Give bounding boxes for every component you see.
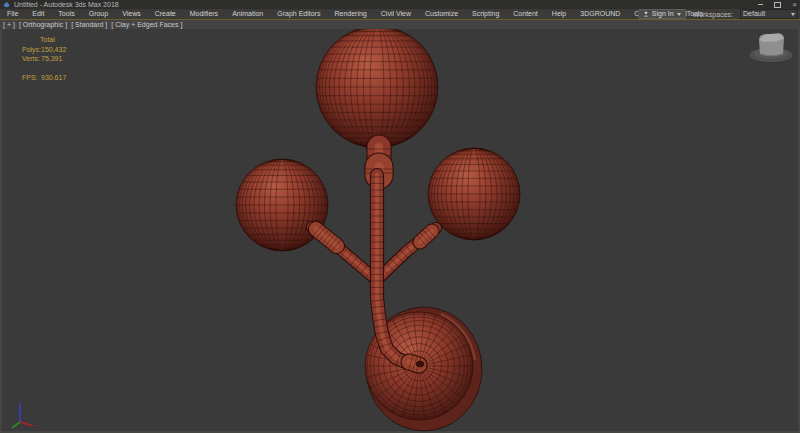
maximize-icon[interactable] (774, 2, 781, 8)
workspaces-label: Workspaces: (693, 11, 733, 18)
menu-item-edit[interactable]: Edit (25, 9, 51, 19)
menu-item-scripting[interactable]: Scripting (465, 9, 506, 19)
menu-item-rendering[interactable]: Rendering (327, 9, 373, 19)
menu-item-content[interactable]: Content (506, 9, 545, 19)
viewcube-icon[interactable] (746, 28, 796, 66)
top-sphere (316, 26, 438, 148)
3d-model-clay-spheres[interactable] (0, 20, 800, 433)
chevron-down-icon (791, 13, 795, 16)
close-icon[interactable]: × (792, 1, 797, 9)
person-icon (643, 11, 649, 17)
stats-polys-label: Polys: (22, 45, 41, 55)
menu-item-civil-view[interactable]: Civil View (374, 9, 418, 19)
stats-fps-value: 930.617 (41, 74, 66, 81)
workspace-value: Default (743, 10, 765, 18)
stats-header: Total (40, 35, 66, 45)
3dsmax-teapot-icon (3, 1, 10, 8)
menu-bar: FileEditToolsGroupViewsCreateModifiersAn… (0, 9, 800, 20)
left-collar (313, 225, 341, 252)
stats-fps-label: FPS: (22, 73, 41, 83)
menu-item-help[interactable]: Help (545, 9, 573, 19)
right-collar (417, 227, 435, 245)
stats-row: Polys:150,432 (22, 45, 66, 55)
tube-end-cap (416, 361, 424, 367)
minimize-icon[interactable] (758, 4, 763, 5)
menu-item-modifiers[interactable]: Modifiers (183, 9, 225, 19)
menu-item-graph-editors[interactable]: Graph Editors (270, 9, 327, 19)
viewport-menu-layout[interactable]: [ Standard ] (71, 20, 107, 29)
window-title: Untitled - Autodesk 3ds Max 2018 (14, 0, 119, 9)
menu-item-customize[interactable]: Customize (418, 9, 465, 19)
stats-row: FPS:930.617 (22, 73, 66, 83)
viewport-menu-pov[interactable]: [ Orthographic ] (19, 20, 67, 29)
title-bar: Untitled - Autodesk 3ds Max 2018 × (0, 0, 800, 9)
menu-item-tools[interactable]: Tools (51, 9, 81, 19)
menu-item-file[interactable]: File (0, 9, 25, 19)
stats-row: Verts:75,391 (22, 54, 66, 64)
sign-in-label: Sign In (652, 10, 674, 18)
stats-verts-label: Verts: (22, 54, 41, 64)
workspace-dropdown[interactable]: Default (740, 9, 798, 19)
stats-verts-value: 75,391 (41, 55, 62, 62)
menu-item-3dground[interactable]: 3DGROUND (573, 9, 627, 19)
menu-item-animation[interactable]: Animation (225, 9, 270, 19)
viewport-menu-shading[interactable]: [ Clay + Edged Faces ] (111, 20, 182, 29)
menu-item-group[interactable]: Group (82, 9, 115, 19)
sign-in-button[interactable]: Sign In (638, 9, 686, 19)
viewport-menu-general[interactable]: [ + ] (3, 20, 15, 29)
menu-item-create[interactable]: Create (148, 9, 183, 19)
menu-item-views[interactable]: Views (115, 9, 148, 19)
stats-polys-value: 150,432 (41, 46, 66, 53)
world-axis-tripod-icon (5, 396, 41, 430)
chevron-down-icon (677, 13, 681, 16)
viewport-label-bar: [ + ] [ Orthographic ] [ Standard ] [ Cl… (0, 20, 800, 29)
viewport-statistics: Total Polys:150,432 Verts:75,391 FPS:930… (22, 35, 66, 82)
